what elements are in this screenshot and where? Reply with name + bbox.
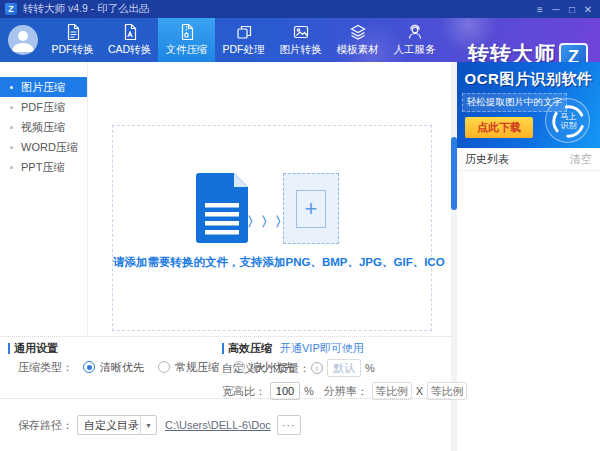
title-bar: Z 转转大师 v4.9 - 印了么出品 ≡ ─ □ ✕	[0, 0, 600, 18]
tab-label: 文件压缩	[166, 43, 208, 57]
radio-clarity-first[interactable]: 清晰优先	[83, 360, 144, 375]
pdf-file-icon	[64, 23, 82, 41]
save-dir-select[interactable]: 自定义目录 ▼	[77, 415, 157, 435]
tab-label: 图片转换	[280, 43, 322, 57]
custom-quality-label: 自定义大小质量：	[222, 361, 310, 376]
radio-icon	[158, 361, 170, 373]
bullet-icon	[10, 86, 13, 89]
maximize-button[interactable]: □	[564, 1, 580, 17]
section-bar-icon	[8, 343, 10, 354]
efficient-compress-header: 高效压缩 开通VIP即可使用	[222, 341, 364, 356]
radio-icon	[83, 361, 95, 373]
promo-banner[interactable]: OCR图片识别软件 轻松提取图片中的文字 点此下载 马上识别	[457, 62, 600, 148]
aspect-ratio-label: 宽高比：	[222, 384, 266, 399]
plus-icon: +	[305, 198, 318, 220]
sidebar-item-pdf-compress[interactable]: PDF压缩	[0, 97, 87, 117]
tab-label: PDF转换	[52, 43, 94, 57]
plus-frame: +	[296, 190, 326, 228]
bullet-icon	[10, 166, 13, 169]
clear-history-button[interactable]: 清空	[570, 152, 592, 167]
main-area: 〉〉〉 + 请添加需要转换的文件，支持添加PNG、BMP、JPG、GIF、ICO	[88, 62, 451, 336]
general-settings-title: 通用设置	[14, 341, 58, 356]
dropzone-hint: 请添加需要转换的文件，支持添加PNG、BMP、JPG、GIF、ICO	[113, 255, 431, 270]
radio-label: 常规压缩	[175, 360, 219, 375]
tab-image-convert[interactable]: 图片转换	[272, 18, 329, 62]
tab-pdf-process[interactable]: PDF处理	[215, 18, 272, 62]
x-separator: X	[416, 385, 423, 397]
download-button[interactable]: 点此下载	[465, 117, 533, 138]
sidebar: 图片压缩 PDF压缩 视频压缩 WORD压缩 PPT压缩	[0, 62, 88, 336]
tab-label: 模板素材	[337, 43, 379, 57]
sidebar-item-label: PDF压缩	[21, 97, 65, 117]
compress-type-label: 压缩类型：	[18, 360, 73, 375]
menu-icon[interactable]: ≡	[532, 1, 548, 17]
badge-label: 马上识别	[559, 112, 578, 130]
browse-button[interactable]: ···	[277, 415, 301, 435]
support-agent-icon	[406, 23, 424, 41]
sidebar-item-ppt-compress[interactable]: PPT压缩	[0, 157, 87, 177]
quality-input	[327, 359, 361, 377]
cad-file-icon	[121, 23, 139, 41]
sidebar-item-label: 图片压缩	[21, 77, 65, 97]
nav-bar: PDF转换 CAD转换 文件压缩 PDF处理	[0, 18, 600, 62]
app-logo-icon: Z	[5, 3, 17, 15]
person-icon	[8, 25, 38, 55]
zip-file-icon	[178, 23, 196, 41]
tab-label: 人工服务	[394, 43, 436, 57]
tab-pdf-convert[interactable]: PDF转换	[44, 18, 101, 62]
tab-label: CAD转换	[108, 43, 151, 57]
window-title: 转转大师 v4.9 - 印了么出品	[23, 2, 150, 16]
radio-label: 清晰优先	[100, 360, 144, 375]
document-icon	[196, 173, 248, 243]
sidebar-item-image-compress[interactable]: 图片压缩	[0, 77, 87, 97]
save-dir-value: 自定义目录	[78, 418, 140, 433]
dotted-divider	[0, 398, 451, 399]
sidebar-item-label: PPT压缩	[21, 157, 64, 177]
info-icon: i	[311, 362, 323, 374]
nav-tabs: PDF转换 CAD转换 文件压缩 PDF处理	[44, 18, 443, 62]
save-path-label: 保存路径：	[18, 418, 73, 433]
resolution-label: 分辨率：	[324, 384, 368, 399]
radio-normal-compress[interactable]: 常规压缩	[158, 360, 219, 375]
window-controls: ≡ ─ □ ✕	[532, 1, 596, 17]
save-path-link[interactable]: C:\Users\DELL-6\Doc	[165, 419, 271, 431]
sidebar-item-video-compress[interactable]: 视频压缩	[0, 117, 87, 137]
bullet-icon	[10, 126, 13, 129]
sidebar-item-word-compress[interactable]: WORD压缩	[0, 137, 87, 157]
settings-panel: 通用设置 压缩类型： 清晰优先 常规压缩 缩小优先 高效压缩 开通VIP即可使用…	[0, 336, 451, 451]
image-icon	[292, 23, 310, 41]
sidebar-item-label: WORD压缩	[21, 137, 78, 157]
add-file-target[interactable]: +	[283, 173, 339, 244]
percent-label: %	[365, 362, 375, 374]
history-header: 历史列表 清空	[457, 148, 600, 171]
bullet-icon	[10, 106, 13, 109]
file-dropzone[interactable]: 〉〉〉 + 请添加需要转换的文件，支持添加PNG、BMP、JPG、GIF、ICO	[112, 125, 432, 331]
history-title: 历史列表	[465, 152, 509, 167]
tab-file-compress[interactable]: 文件压缩	[158, 18, 215, 62]
tab-cad-convert[interactable]: CAD转换	[101, 18, 158, 62]
recognize-badge[interactable]: 马上识别	[545, 98, 590, 143]
save-path-row: 保存路径： 自定义目录 ▼ C:\Users\DELL-6\Doc ···	[18, 415, 301, 435]
user-avatar[interactable]	[8, 25, 38, 55]
percent-label: %	[304, 385, 314, 397]
tab-templates[interactable]: 模板素材	[329, 18, 386, 62]
bullet-icon	[10, 146, 13, 149]
sidebar-item-label: 视频压缩	[21, 117, 65, 137]
general-settings-header: 通用设置	[8, 341, 58, 356]
efficient-compress-title: 高效压缩	[228, 341, 272, 356]
copy-pages-icon	[235, 23, 253, 41]
right-panel: OCR图片识别软件 轻松提取图片中的文字 点此下载 马上识别 历史列表 清空	[457, 62, 600, 451]
section-bar-icon	[222, 343, 224, 354]
tab-label: PDF处理	[223, 43, 265, 57]
layers-icon	[349, 23, 367, 41]
vip-upgrade-link[interactable]: 开通VIP即可使用	[280, 341, 364, 356]
promo-title: OCR图片识别软件	[457, 70, 600, 89]
close-button[interactable]: ✕	[580, 1, 596, 17]
tab-human-service[interactable]: 人工服务	[386, 18, 443, 62]
chevron-down-icon: ▼	[140, 416, 156, 434]
minimize-button[interactable]: ─	[548, 1, 564, 17]
custom-quality-row: 自定义大小质量： i %	[222, 359, 375, 377]
